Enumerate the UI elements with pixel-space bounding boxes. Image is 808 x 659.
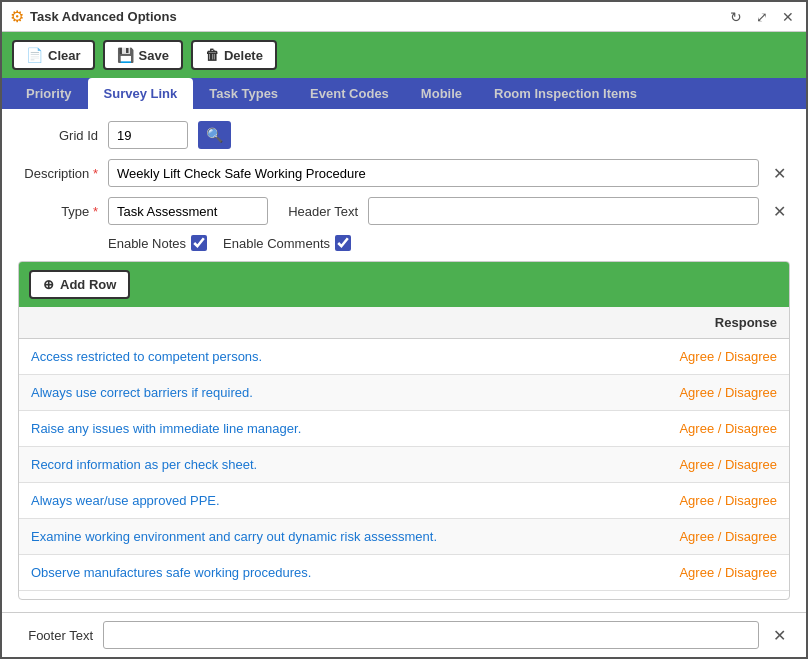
table-cell-response: Agree / Disagree	[629, 561, 789, 584]
tab-mobile[interactable]: Mobile	[405, 78, 478, 109]
save-button[interactable]: 💾 Save	[103, 40, 183, 70]
table-cell-response: Agree / Disagree	[629, 417, 789, 440]
table-cell-item: Record information as per check sheet.	[19, 453, 629, 476]
close-button[interactable]: ✕	[778, 7, 798, 27]
table-body[interactable]: Access restricted to competent persons. …	[19, 339, 789, 599]
type-label: Type *	[18, 204, 98, 219]
tab-survey-link[interactable]: Survey Link	[88, 78, 194, 109]
table-row[interactable]: Always wear/use approved PPE. Agree / Di…	[19, 483, 789, 519]
table-row[interactable]: Always use correct barriers if required.…	[19, 375, 789, 411]
table-cell-response: Agree / Disagree	[629, 381, 789, 404]
content-area: Grid Id 🔍 Description * ✕ Type * Header …	[2, 109, 806, 612]
grid-id-label: Grid Id	[18, 128, 98, 143]
tab-priority[interactable]: Priority	[10, 78, 88, 109]
table-cell-item: Examine working environment and carry ou…	[19, 525, 629, 548]
add-icon: ⊕	[43, 277, 54, 292]
enable-comments-label: Enable Comments	[223, 236, 330, 251]
grid-id-row: Grid Id 🔍	[18, 121, 790, 149]
enable-comments-checkbox[interactable]	[335, 235, 351, 251]
header-text-input[interactable]	[368, 197, 759, 225]
col-header-response: Response	[629, 311, 789, 334]
table-row[interactable]: Record information as per check sheet. A…	[19, 447, 789, 483]
enable-notes-checkbox[interactable]	[191, 235, 207, 251]
tab-room-inspection[interactable]: Room Inspection Items	[478, 78, 653, 109]
search-button[interactable]: 🔍	[198, 121, 231, 149]
table-section: ⊕ Add Row Response Access restricted to …	[18, 261, 790, 600]
main-window: ⚙ Task Advanced Options ↻ ⤢ ✕ 📄 Clear 💾 …	[0, 0, 808, 659]
footer-text-label: Footer Text	[18, 628, 93, 643]
refresh-button[interactable]: ↻	[726, 7, 746, 27]
title-bar-left: ⚙ Task Advanced Options	[10, 7, 177, 26]
tab-event-codes[interactable]: Event Codes	[294, 78, 405, 109]
table-cell-item: Always use correct barriers if required.	[19, 381, 629, 404]
clear-icon: 📄	[26, 47, 43, 63]
footer-text-input[interactable]	[103, 621, 759, 649]
description-label: Description *	[18, 166, 98, 181]
table-row[interactable]: Observe manufactures safe working proced…	[19, 555, 789, 591]
table-toolbar: ⊕ Add Row	[19, 262, 789, 307]
clear-label: Clear	[48, 48, 81, 63]
table-cell-item: Access restricted to competent persons.	[19, 345, 629, 368]
window-title: Task Advanced Options	[30, 9, 177, 24]
table-row[interactable]: Examine working environment and carry ou…	[19, 519, 789, 555]
footer-clear-button[interactable]: ✕	[769, 624, 790, 647]
title-bar-controls: ↻ ⤢ ✕	[726, 7, 798, 27]
footer-row: Footer Text ✕	[2, 612, 806, 657]
table-cell-response: Agree / Disagree	[629, 489, 789, 512]
table-cell-response: Agree / Disagree	[629, 345, 789, 368]
grid-id-input[interactable]	[108, 121, 188, 149]
table-row[interactable]: Raise any issues with immediate line man…	[19, 411, 789, 447]
delete-button[interactable]: 🗑 Delete	[191, 40, 277, 70]
settings-icon: ⚙	[10, 7, 24, 26]
add-row-button[interactable]: ⊕ Add Row	[29, 270, 130, 299]
nav-tabs: Priority Survey Link Task Types Event Co…	[2, 78, 806, 109]
enable-notes-label: Enable Notes	[108, 236, 186, 251]
table-cell-item: Observe manufactures safe working proced…	[19, 561, 629, 584]
header-clear-button[interactable]: ✕	[769, 200, 790, 223]
tab-task-types[interactable]: Task Types	[193, 78, 294, 109]
col-header-item	[19, 311, 629, 334]
table-cell-item: Raise any issues with immediate line man…	[19, 417, 629, 440]
header-text-label: Header Text	[278, 204, 358, 219]
enable-notes-item: Enable Notes	[108, 235, 207, 251]
type-header-row: Type * Header Text ✕	[18, 197, 790, 225]
table-row[interactable]: Access restricted to competent persons. …	[19, 339, 789, 375]
resize-button[interactable]: ⤢	[752, 7, 772, 27]
save-icon: 💾	[117, 47, 134, 63]
table-header: Response	[19, 307, 789, 339]
checkbox-row: Enable Notes Enable Comments	[108, 235, 790, 251]
add-row-label: Add Row	[60, 277, 116, 292]
table-cell-response: Agree / Disagree	[629, 525, 789, 548]
save-label: Save	[139, 48, 169, 63]
type-input[interactable]	[108, 197, 268, 225]
type-required: *	[93, 204, 98, 219]
description-clear-button[interactable]: ✕	[769, 162, 790, 185]
description-input[interactable]	[108, 159, 759, 187]
clear-button[interactable]: 📄 Clear	[12, 40, 95, 70]
toolbar: 📄 Clear 💾 Save 🗑 Delete	[2, 32, 806, 78]
description-row: Description * ✕	[18, 159, 790, 187]
delete-label: Delete	[224, 48, 263, 63]
delete-icon: 🗑	[205, 47, 219, 63]
enable-comments-item: Enable Comments	[223, 235, 351, 251]
table-cell-response: Agree / Disagree	[629, 453, 789, 476]
description-required: *	[93, 166, 98, 181]
table-cell-item: Always wear/use approved PPE.	[19, 489, 629, 512]
title-bar: ⚙ Task Advanced Options ↻ ⤢ ✕	[2, 2, 806, 32]
